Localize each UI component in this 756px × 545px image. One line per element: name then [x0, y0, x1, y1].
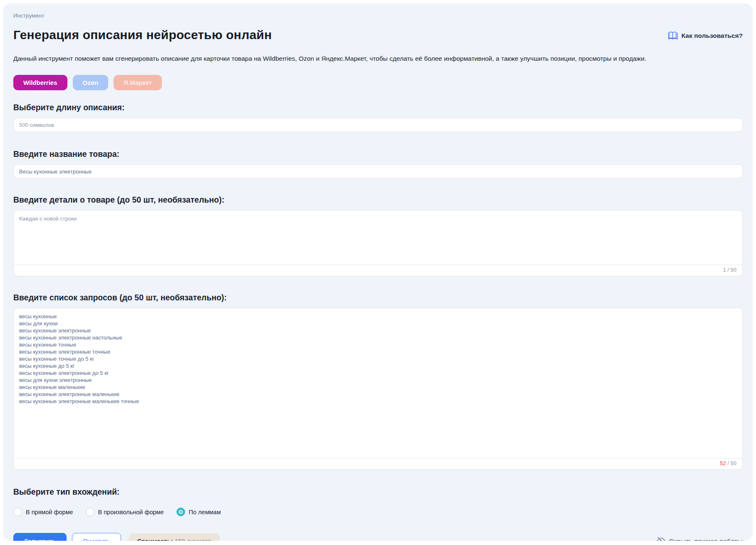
queries-field-card: весы кухонные весы для кухни весы кухонн… [13, 308, 743, 470]
breadcrumb[interactable]: Инструмент [10, 10, 746, 19]
clear-button[interactable]: Очистить [72, 533, 121, 541]
book-icon [668, 31, 678, 40]
details-section-label: Введите детали о товаре (до 50 шт, необя… [10, 195, 746, 205]
queries-counter-current: 52 [720, 460, 726, 466]
queries-counter-separator: / [727, 460, 729, 466]
run-button[interactable]: Запустить [13, 533, 67, 541]
marketplace-tab-ozon[interactable]: Ozon [73, 75, 109, 90]
marketplace-tab-yandex-market[interactable]: Я.Маркет [114, 75, 162, 90]
length-section-label: Выберите длину описания: [10, 103, 746, 112]
queries-counter: 52 / 50 [14, 458, 742, 469]
radio-free-form-label: В произвольной форме [98, 509, 164, 515]
hide-example-link[interactable]: Скрыть пример работы [657, 536, 743, 541]
how-to-use-label: Как пользоваться? [682, 32, 743, 40]
queries-counter-max: 50 [731, 460, 736, 466]
radio-circle-checked-icon[interactable] [176, 508, 185, 516]
title-row: Генерация описания нейросетью онлайн Как… [10, 28, 746, 42]
radio-lemmas-label: По леммам [189, 509, 221, 515]
details-field-card: 1 / 50 [13, 210, 743, 276]
action-bar: Запустить Очистить Стоимость:150 лимитов… [10, 533, 746, 541]
hide-example-label: Скрыть пример работы [669, 538, 743, 541]
radio-free-form[interactable]: В произвольной форме [86, 508, 164, 516]
eye-off-icon [657, 536, 665, 541]
description-length-select[interactable] [13, 118, 743, 132]
details-counter-current: 1 [723, 267, 726, 273]
radio-circle-icon[interactable] [86, 508, 94, 516]
product-name-input[interactable] [13, 164, 743, 178]
how-to-use-link[interactable]: Как пользоваться? [668, 31, 743, 40]
product-section-label: Введите название товара: [10, 149, 746, 159]
tool-page: Инструмент Генерация описания нейросетью… [3, 3, 753, 541]
marketplace-tab-wildberries[interactable]: Wildberries [13, 75, 67, 90]
page-title: Генерация описания нейросетью онлайн [13, 28, 272, 42]
radio-lemmas[interactable]: По леммам [176, 508, 221, 516]
cost-label: Стоимость: [137, 538, 173, 541]
details-counter-separator: / [727, 267, 729, 273]
cost-badge: Стоимость:150 лимитов [129, 533, 220, 541]
occurrence-section-label: Выберите тип вхождений: [10, 487, 746, 497]
radio-circle-icon[interactable] [13, 508, 22, 516]
tool-description: Данный инструмент поможет вам сгенериров… [10, 54, 746, 62]
cost-value: 150 лимитов [175, 538, 211, 541]
queries-section-label: Введите список запросов (до 50 шт, необя… [10, 293, 746, 302]
product-details-textarea[interactable] [14, 211, 742, 265]
queries-list-textarea[interactable]: весы кухонные весы для кухни весы кухонн… [14, 308, 742, 458]
marketplace-switcher: Wildberries Ozon Я.Маркет [10, 75, 746, 90]
details-counter-max: 50 [731, 267, 736, 273]
radio-direct-form-label: В прямой форме [26, 509, 73, 515]
radio-direct-form[interactable]: В прямой форме [13, 508, 73, 516]
details-counter: 1 / 50 [14, 265, 742, 276]
occurrence-radio-group: В прямой форме В произвольной форме По л… [10, 508, 746, 516]
